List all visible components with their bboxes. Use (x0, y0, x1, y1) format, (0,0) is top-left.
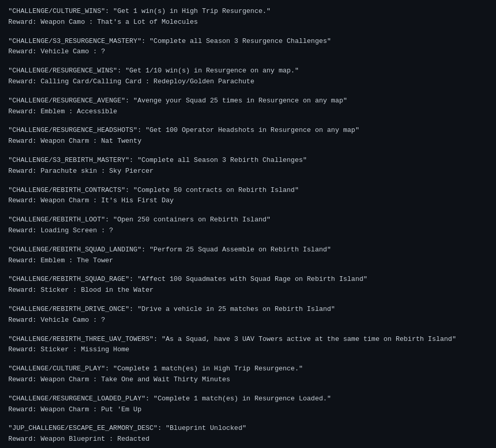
challenge-reward: Reward: Weapon Blueprint : Redacted (8, 434, 488, 445)
challenge-reward: Reward: Weapon Charm : Put 'Em Up (8, 405, 488, 415)
challenge-reward: Reward: Emblem : Accessible (8, 107, 488, 117)
challenge-reward: Reward: Emblem : The Tower (8, 256, 488, 266)
challenge-block: "CHALLENGE/REBIRTH_THREE_UAV_TOWERS": "A… (8, 334, 488, 356)
challenge-block: "CHALLENGE/S3_REBIRTH_MASTERY": "Complet… (8, 155, 488, 177)
challenge-title: "CHALLENGE/RESURGENCE_AVENGE": "Avenge y… (8, 96, 488, 107)
challenge-block: "CHALLENGE/CULTURE_PLAY": "Complete 1 ma… (8, 364, 488, 385)
challenge-reward: Reward: Vehicle Camo : ? (8, 315, 488, 326)
challenge-block: "CHALLENGE/RESURGENCE_WINS": "Get 1/10 w… (8, 66, 488, 87)
challenges-container: "CHALLENGE/CULTURE_WINS": "Get 1 win(s) … (8, 6, 488, 448)
challenge-title: "CHALLENGE/RESURGENCE_LOADED_PLAY": "Com… (8, 394, 488, 405)
challenge-title: "CHALLENGE/REBIRTH_LOOT": "Open 250 cont… (8, 215, 488, 226)
challenge-title: "CHALLENGE/RESURGENCE_HEADSHOTS": "Get 1… (8, 125, 488, 136)
challenge-title: "CHALLENGE/REBIRTH_SQUAD_RAGE": "Affect … (8, 274, 488, 285)
challenge-block: "CHALLENGE/RESURGENCE_LOADED_PLAY": "Com… (8, 394, 488, 415)
challenge-title: "CHALLENGE/RESURGENCE_WINS": "Get 1/10 w… (8, 66, 488, 77)
challenge-block: "CHALLENGE/CULTURE_WINS": "Get 1 win(s) … (8, 6, 488, 28)
challenge-block: "CHALLENGE/REBIRTH_SQUAD_LANDING": "Perf… (8, 245, 488, 266)
challenge-reward: Reward: Vehicle Camo : ? (8, 47, 488, 57)
challenge-block: "CHALLENGE/S3_RESURGENCE_MASTERY": "Comp… (8, 36, 488, 58)
challenge-reward: Reward: Sticker : Blood in the Water (8, 285, 488, 296)
challenge-reward: Reward: Parachute skin : Sky Piercer (8, 166, 488, 177)
challenge-title: "CHALLENGE/CULTURE_WINS": "Get 1 win(s) … (8, 6, 488, 17)
challenge-reward: Reward: Weapon Charm : Nat Twenty (8, 136, 488, 147)
challenge-title: "CHALLENGE/REBIRTH_THREE_UAV_TOWERS": "A… (8, 334, 488, 345)
challenge-block: "CHALLENGE/REBIRTH_LOOT": "Open 250 cont… (8, 215, 488, 236)
challenge-reward: Reward: Loading Screen : ? (8, 226, 488, 236)
challenge-block: "CHALLENGE/RESURGENCE_AVENGE": "Avenge y… (8, 96, 488, 117)
challenge-reward: Reward: Weapon Charm : It's His First Da… (8, 196, 488, 206)
challenge-title: "JUP_CHALLENGE/ESCAPE_EE_ARMORY_DESC": "… (8, 423, 488, 434)
challenge-block: "CHALLENGE/REBIRTH_DRIVE_ONCE": "Drive a… (8, 304, 488, 326)
challenge-reward: Reward: Calling Card/Calling Card : Rede… (8, 77, 488, 87)
challenge-reward: Reward: Sticker : Missing Home (8, 345, 488, 355)
challenge-title: "CHALLENGE/REBIRTH_CONTRACTS": "Complete… (8, 185, 488, 196)
challenge-block: "CHALLENGE/RESURGENCE_HEADSHOTS": "Get 1… (8, 125, 488, 147)
challenge-title: "CHALLENGE/REBIRTH_DRIVE_ONCE": "Drive a… (8, 304, 488, 315)
challenge-reward: Reward: Weapon Camo : That's a Lot of Mo… (8, 17, 488, 28)
challenge-title: "CHALLENGE/CULTURE_PLAY": "Complete 1 ma… (8, 364, 488, 375)
challenge-title: "CHALLENGE/REBIRTH_SQUAD_LANDING": "Perf… (8, 245, 488, 256)
challenge-block: "CHALLENGE/REBIRTH_SQUAD_RAGE": "Affect … (8, 274, 488, 296)
challenge-block: "JUP_CHALLENGE/ESCAPE_EE_ARMORY_DESC": "… (8, 423, 488, 445)
challenge-reward: Reward: Weapon Charm : Take One and Wait… (8, 375, 488, 385)
challenge-block: "CHALLENGE/REBIRTH_CONTRACTS": "Complete… (8, 185, 488, 207)
challenge-title: "CHALLENGE/S3_RESURGENCE_MASTERY": "Comp… (8, 36, 488, 47)
challenge-title: "CHALLENGE/S3_REBIRTH_MASTERY": "Complet… (8, 155, 488, 166)
